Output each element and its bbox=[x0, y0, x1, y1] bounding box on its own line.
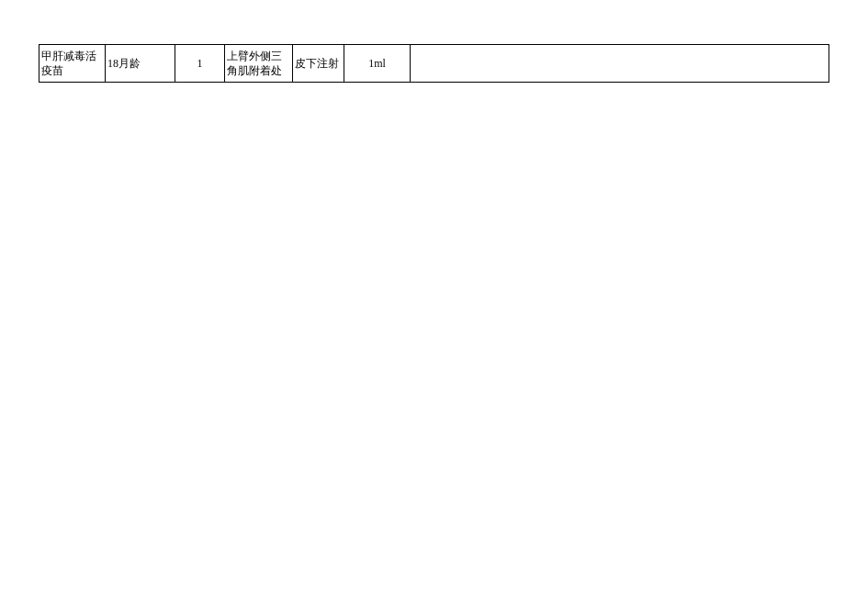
cell-vaccination-age: 18月龄 bbox=[106, 45, 175, 83]
cell-dose-amount: 1ml bbox=[344, 45, 411, 83]
cell-vaccine-name: 甲肝减毒活疫苗 bbox=[39, 45, 106, 83]
cell-dose-number: 1 bbox=[175, 45, 225, 83]
cell-remarks bbox=[411, 45, 829, 83]
document-page: 甲肝减毒活疫苗 18月龄 1 上臂外侧三角肌附着处 皮下注射 1ml bbox=[0, 0, 868, 614]
table-row: 甲肝减毒活疫苗 18月龄 1 上臂外侧三角肌附着处 皮下注射 1ml bbox=[39, 45, 829, 83]
cell-injection-site: 上臂外侧三角肌附着处 bbox=[225, 45, 293, 83]
vaccine-schedule-table: 甲肝减毒活疫苗 18月龄 1 上臂外侧三角肌附着处 皮下注射 1ml bbox=[39, 44, 829, 83]
cell-injection-method: 皮下注射 bbox=[293, 45, 344, 83]
